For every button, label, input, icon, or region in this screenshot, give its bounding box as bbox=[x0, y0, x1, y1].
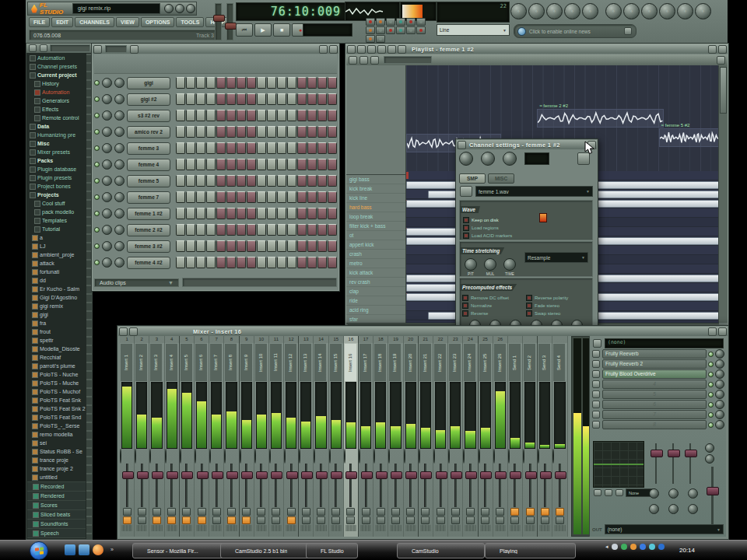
channel-volume-knob[interactable] bbox=[114, 143, 124, 153]
strip-fader[interactable] bbox=[181, 464, 192, 507]
step-cell[interactable] bbox=[247, 93, 256, 105]
strip-mute-button[interactable] bbox=[198, 508, 206, 516]
mixer-strip-insert-24[interactable]: 24Insert 24 bbox=[463, 336, 478, 537]
seq-graph-icon[interactable] bbox=[130, 45, 139, 54]
mixer-close-icon[interactable] bbox=[718, 327, 727, 336]
strip-pan-knob[interactable] bbox=[433, 449, 435, 464]
step-cell[interactable] bbox=[257, 77, 266, 89]
tray-icon-4[interactable] bbox=[640, 544, 646, 550]
strip-mute-button[interactable] bbox=[331, 508, 340, 516]
step-cell[interactable] bbox=[186, 224, 195, 236]
channel-pan-knob[interactable] bbox=[102, 127, 112, 137]
mixer-strip-insert-2[interactable]: 2Insert 2 bbox=[135, 336, 149, 537]
step-cell[interactable] bbox=[297, 240, 307, 252]
step-cell[interactable] bbox=[247, 126, 256, 138]
step-cell[interactable] bbox=[247, 175, 256, 187]
step-cell[interactable] bbox=[216, 175, 226, 187]
browser-item[interactable]: History bbox=[27, 79, 86, 88]
browser-item[interactable]: a bbox=[27, 233, 86, 242]
sample-file-select[interactable]: femme 1.wav▼ bbox=[475, 186, 593, 197]
step-cell[interactable] bbox=[216, 240, 226, 252]
browser-item[interactable]: Cool stuff bbox=[27, 199, 86, 208]
step-cell[interactable] bbox=[176, 110, 185, 121]
strip-mute-button[interactable] bbox=[153, 508, 161, 516]
step-sequencer-titlebar[interactable] bbox=[93, 44, 338, 54]
channel-volume-knob[interactable] bbox=[114, 192, 124, 202]
step-cell[interactable] bbox=[196, 159, 205, 170]
taskbar-button-cam[interactable]: CamStudio bbox=[397, 543, 485, 558]
channel-button[interactable]: femme 4 bbox=[127, 159, 170, 171]
mixer-strip-insert-10[interactable]: 10Insert 10 bbox=[254, 336, 269, 537]
quicklaunch-icon-1[interactable] bbox=[65, 544, 75, 555]
channel-mute-led[interactable] bbox=[94, 162, 100, 167]
strip-fader[interactable] bbox=[435, 464, 446, 507]
browser-item[interactable]: gigi bbox=[27, 310, 86, 319]
strip-mute-button[interactable] bbox=[556, 508, 564, 516]
fx-slot-menu-icon[interactable] bbox=[592, 370, 600, 378]
toggle-button-10[interactable] bbox=[396, 26, 405, 34]
mixer-strip-insert-17[interactable]: 17Insert 17 bbox=[359, 336, 374, 537]
news-close-button[interactable] bbox=[624, 27, 632, 35]
playlist-vscrollbar[interactable] bbox=[718, 65, 728, 323]
strip-fx-badge[interactable] bbox=[451, 516, 460, 524]
step-cell[interactable] bbox=[216, 110, 226, 121]
strip-fader-knob[interactable] bbox=[451, 471, 462, 479]
channel-volume-knob[interactable] bbox=[114, 176, 124, 186]
step-cell[interactable] bbox=[247, 77, 256, 89]
channel-pitch-knob[interactable] bbox=[503, 152, 517, 166]
channel-mute-led[interactable] bbox=[94, 178, 100, 184]
master-pitch-knob[interactable] bbox=[225, 23, 237, 30]
strip-fx-badge[interactable] bbox=[138, 516, 146, 524]
step-cell[interactable] bbox=[277, 142, 286, 154]
step-cell[interactable] bbox=[277, 224, 286, 236]
step-cell[interactable] bbox=[216, 126, 226, 138]
strip-fader[interactable] bbox=[286, 464, 296, 507]
browser-item[interactable]: remo modella bbox=[27, 430, 86, 439]
step-cell[interactable] bbox=[277, 208, 286, 219]
mixer-strip-insert-11[interactable]: 11Insert 11 bbox=[269, 336, 284, 537]
strip-fader-knob[interactable] bbox=[286, 471, 298, 479]
channel-pan-knob[interactable] bbox=[459, 152, 473, 166]
browser-item[interactable]: Templates bbox=[27, 216, 86, 225]
step-cell[interactable] bbox=[317, 77, 327, 89]
fx-slot-mix-knob[interactable] bbox=[715, 359, 724, 369]
step-cell[interactable] bbox=[196, 175, 205, 187]
master-volume-knob[interactable] bbox=[213, 15, 225, 22]
strip-mute-button[interactable] bbox=[362, 508, 370, 516]
strip-fader-knob[interactable] bbox=[137, 471, 149, 479]
eq-lp-icon[interactable] bbox=[615, 489, 623, 496]
eq-freq-knob-1[interactable] bbox=[649, 488, 659, 499]
step-cell[interactable] bbox=[287, 208, 296, 219]
browser-item[interactable]: Plugin presets bbox=[27, 173, 86, 182]
channel-button[interactable]: femme 1 #2 bbox=[127, 208, 170, 220]
menu-item-edit[interactable]: EDIT bbox=[51, 17, 73, 27]
quicklaunch-icon-2[interactable] bbox=[79, 544, 89, 555]
strip-fx-badge[interactable] bbox=[556, 516, 564, 524]
step-cell[interactable] bbox=[277, 191, 286, 203]
browser-item[interactable]: Channel presets bbox=[27, 62, 86, 71]
fx-slot-menu-icon[interactable] bbox=[592, 360, 600, 368]
step-cell[interactable] bbox=[328, 159, 337, 170]
taskbar-button-window[interactable]: Playing bbox=[485, 543, 576, 558]
audio-clip[interactable]: ≈ femme 5 #2 bbox=[659, 128, 718, 147]
strip-fader[interactable] bbox=[495, 464, 506, 507]
fx-slot-7[interactable]: 7 bbox=[591, 410, 724, 419]
step-cell[interactable] bbox=[196, 110, 205, 121]
step-cell[interactable] bbox=[267, 159, 276, 170]
shortcut-button-7[interactable]: ◦ bbox=[623, 3, 640, 19]
step-cell[interactable] bbox=[267, 257, 276, 268]
checkbox[interactable] bbox=[526, 303, 532, 309]
strip-pan-knob[interactable] bbox=[165, 449, 167, 464]
fx-slot-name[interactable]: Fruity Blood Overdrive bbox=[602, 369, 707, 379]
channel-mute-led[interactable] bbox=[94, 194, 100, 200]
strip-fx-badge[interactable] bbox=[466, 516, 475, 524]
strip-pan-knob[interactable] bbox=[224, 449, 226, 464]
step-cell[interactable] bbox=[287, 142, 296, 154]
playlist-menu-icon[interactable] bbox=[347, 45, 356, 54]
fx-slot-name[interactable]: 6 bbox=[602, 400, 707, 409]
step-cell[interactable] bbox=[186, 110, 195, 121]
step-cell[interactable] bbox=[237, 257, 246, 268]
strip-fader[interactable] bbox=[510, 464, 521, 507]
strip-fader[interactable] bbox=[345, 464, 356, 507]
browser-item[interactable]: PoloTS - Nuche bbox=[27, 370, 86, 379]
